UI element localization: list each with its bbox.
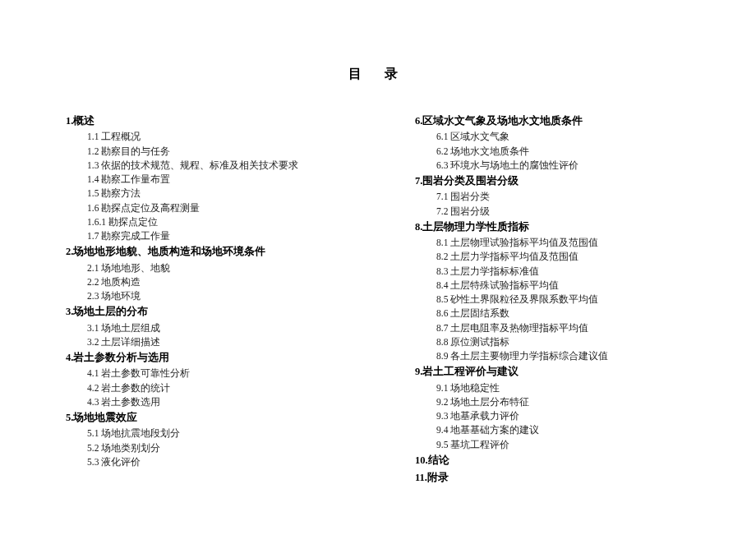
- toc-item: 8.7 土层电阻率及热物理指标平均值: [436, 321, 707, 335]
- toc-item: 1.5 勘察方法: [87, 187, 357, 201]
- toc-item: 2.2 地质构造: [87, 275, 357, 289]
- toc-left-column: 1.概述1.1 工程概况1.2 勘察目的与任务1.3 依据的技术规范、规程、标准…: [49, 113, 357, 487]
- toc-item: 8.1 土层物理试验指标平均值及范围值: [436, 236, 707, 250]
- toc-section: 3.场地土层的分布: [66, 303, 357, 321]
- toc-item: 5.3 液化评价: [87, 455, 357, 469]
- toc-item: 8.4 土层特殊试验指标平均值: [436, 279, 707, 293]
- toc-section: 9.岩土工程评价与建议: [415, 363, 707, 380]
- toc-item: 8.8 原位测试指标: [436, 335, 707, 349]
- toc-item: 3.1 场地土层组成: [87, 321, 357, 335]
- toc-item: 2.1 场地地形、地貌: [87, 261, 357, 275]
- toc-section: 2.场地地形地貌、地质构造和场地环境条件: [66, 243, 357, 261]
- toc-item: 8.9 各土层主要物理力学指标综合建议值: [436, 349, 707, 363]
- toc-item: 4.3 岩土参数选用: [87, 395, 357, 409]
- toc-columns: 1.概述1.1 工程概况1.2 勘察目的与任务1.3 依据的技术规范、规程、标准…: [49, 113, 707, 487]
- toc-item: 5.1 场地抗震地段划分: [87, 427, 357, 440]
- toc-section: 11.附录: [415, 469, 707, 487]
- toc-item: 6.3 环境水与场地土的腐蚀性评价: [436, 159, 707, 173]
- toc-item: 1.1 工程概况: [87, 130, 357, 144]
- toc-item: 9.1 场地稳定性: [436, 381, 707, 395]
- toc-item: 4.1 岩土参数可靠性分析: [87, 367, 357, 380]
- toc-item: 4.2 岩土参数的统计: [87, 381, 357, 395]
- toc-item: 9.4 地基基础方案的建议: [436, 423, 707, 437]
- toc-item: 3.2 土层详细描述: [87, 335, 357, 349]
- toc-section: 4.岩土参数分析与选用: [66, 349, 357, 367]
- toc-item: 6.2 场地水文地质条件: [436, 145, 707, 159]
- toc-section: 5.场地地震效应: [66, 409, 357, 427]
- toc-item: 1.3 依据的技术规范、规程、标准及相关技术要求: [87, 159, 357, 173]
- toc-item: 6.1 区域水文气象: [436, 130, 707, 144]
- toc-section: 8.土层物理力学性质指标: [415, 219, 707, 236]
- toc-item: 9.5 基坑工程评价: [436, 438, 707, 452]
- toc-item: 1.7 勘察完成工作量: [87, 229, 357, 243]
- toc-item: 8.3 土层力学指标标准值: [436, 265, 707, 279]
- toc-item: 5.2 场地类别划分: [87, 441, 357, 455]
- toc-item: 2.3 场地环境: [87, 289, 357, 303]
- toc-section: 10.结论: [415, 452, 707, 469]
- toc-item: 9.2 场地土层分布特征: [436, 395, 707, 409]
- toc-item: 1.4 勘察工作量布置: [87, 173, 357, 187]
- toc-right-column: 6.区域水文气象及场地水文地质条件6.1 区域水文气象6.2 场地水文地质条件6…: [399, 113, 707, 487]
- toc-item: 1.6.1 勘探点定位: [87, 215, 357, 229]
- toc-item: 8.2 土层力学指标平均值及范围值: [436, 250, 707, 264]
- toc-item: 7.1 围岩分类: [436, 190, 707, 204]
- toc-title: 目 录: [49, 66, 707, 83]
- toc-section: 1.概述: [66, 113, 357, 130]
- toc-item: 9.3 地基承载力评价: [436, 409, 707, 423]
- toc-item: 1.6 勘探点定位及高程测量: [87, 201, 357, 215]
- toc-section: 7.围岩分类及围岩分级: [415, 173, 707, 190]
- toc-item: 8.6 土层固结系数: [436, 307, 707, 321]
- toc-section: 6.区域水文气象及场地水文地质条件: [415, 113, 707, 130]
- toc-item: 8.5 砂性土界限粒径及界限系数平均值: [436, 293, 707, 307]
- toc-page: 目 录 1.概述1.1 工程概况1.2 勘察目的与任务1.3 依据的技术规范、规…: [0, 0, 756, 487]
- toc-item: 1.2 勘察目的与任务: [87, 145, 357, 159]
- toc-item: 7.2 围岩分级: [436, 205, 707, 219]
